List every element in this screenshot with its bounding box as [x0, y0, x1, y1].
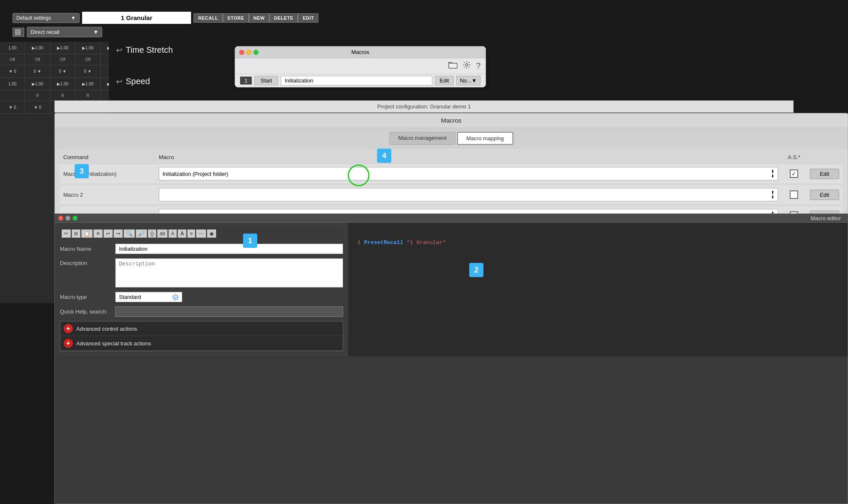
- direct-recall-dropdown[interactable]: Direct recall ▼: [27, 27, 102, 37]
- folder-icon-btn[interactable]: [448, 61, 458, 71]
- step-badge-2: 2: [469, 263, 483, 277]
- store-button[interactable]: STORE: [223, 13, 249, 23]
- as-checkbox-1: ✓: [781, 170, 807, 178]
- macro-number: 1: [240, 77, 252, 85]
- A-upper-icon-btn[interactable]: A: [168, 229, 177, 238]
- svg-rect-2: [15, 31, 18, 33]
- code-string-1: "1 Granular": [407, 239, 446, 246]
- undo-icon[interactable]: ↩: [116, 46, 122, 55]
- list-item: + Advanced special track actions: [60, 336, 343, 351]
- list-icon-btn[interactable]: ≡: [187, 229, 195, 238]
- edit-macro-btn[interactable]: Edit: [435, 76, 453, 85]
- step-badge-3-label: 3: [80, 167, 84, 176]
- action-list: + Advanced control actions + Advanced sp…: [60, 321, 343, 351]
- recall-button[interactable]: RECALL: [194, 13, 223, 23]
- toolbar-buttons: RECALL STORE NEW DELETE EDIT: [194, 13, 318, 23]
- chevron-down-icon-no: ▼: [471, 77, 477, 84]
- macros-tabs: Macro management Macro mapping: [55, 128, 848, 149]
- stepper-icon-2: ⬆⬇: [771, 190, 774, 199]
- undo-icon-btn[interactable]: ↩: [103, 229, 113, 238]
- action-label-1: Advanced control actions: [76, 326, 137, 332]
- no-dropdown-btn[interactable]: No... ▼: [456, 76, 481, 85]
- project-config-bar: Project configuration: Granular demo 1: [54, 100, 794, 113]
- as-checkbox-2: [781, 190, 807, 199]
- line-number-1: 1: [352, 239, 361, 246]
- quick-help-row: Quick Help, search:: [60, 306, 343, 317]
- description-textarea[interactable]: [115, 258, 343, 288]
- grid-icon: [13, 28, 24, 37]
- macros-toolbar: ?: [235, 58, 486, 74]
- macro-type-select[interactable]: Standard: [115, 292, 182, 302]
- preset-name-label: 1 Granular: [121, 14, 152, 21]
- quick-help-input[interactable]: [115, 306, 343, 317]
- start-button[interactable]: Start: [254, 76, 278, 85]
- redo-icon-btn[interactable]: ↪: [114, 229, 123, 238]
- action-plus-icon-2: +: [64, 339, 73, 348]
- step-badge-2-label: 2: [474, 266, 478, 275]
- undo-speed-icon[interactable]: ↩: [116, 77, 122, 86]
- maximize-dot[interactable]: [253, 50, 259, 55]
- gear-icon-btn[interactable]: [463, 61, 471, 71]
- editor-content: ✂ ⧉ 📋 ✕ ↩ ↪ 🔍 🔎 () ab A A ≡ ⋯ ◉ Macro Na…: [55, 223, 848, 356]
- svg-rect-6: [449, 63, 457, 68]
- time-stretch-section: ↩ Time Stretch: [111, 42, 178, 58]
- chevron-down-icon-recall: ▼: [93, 29, 98, 35]
- braces-icon-btn[interactable]: (): [148, 229, 156, 238]
- delete-button[interactable]: DELETE: [269, 13, 298, 23]
- macro-name-input[interactable]: [115, 244, 343, 254]
- project-config-label: Project configuration: Granular demo 1: [377, 103, 471, 110]
- code-line-1: 1 PresetRecall "1 Granular": [352, 239, 843, 246]
- macro-name-row: Macro Name: [60, 244, 343, 254]
- macros-main-title-label: Macros: [441, 117, 461, 124]
- speed-label: Speed: [126, 77, 150, 86]
- editor-close-dot[interactable]: [58, 216, 63, 221]
- minimize-dot[interactable]: [246, 50, 251, 55]
- paste-icon-btn[interactable]: 📋: [81, 229, 93, 238]
- edit-btn-2[interactable]: Edit: [810, 190, 839, 200]
- search-icon-btn[interactable]: 🔍: [124, 229, 135, 238]
- window-dots: [239, 50, 259, 55]
- checkbox-1[interactable]: ✓: [790, 170, 798, 178]
- macro-type-label: Macro type: [60, 294, 110, 300]
- tab-management-label: Macro management: [398, 135, 447, 141]
- macro-type-row: Macro type Standard: [60, 292, 343, 302]
- macros-top-titlebar: Macros: [235, 46, 486, 58]
- checkbox-2[interactable]: [790, 190, 798, 199]
- macro-editor-titlebar: Macro editor: [55, 214, 848, 223]
- macro-name-label: Macro Name: [60, 246, 110, 252]
- default-settings-dropdown[interactable]: Default settings ▼: [13, 13, 80, 23]
- editor-window-dots: [58, 216, 78, 221]
- svg-rect-3: [18, 31, 21, 33]
- tab-macro-management[interactable]: Macro management: [389, 132, 455, 145]
- time-stretch-label: Time Stretch: [126, 45, 173, 55]
- extra-icon-btn2[interactable]: ◉: [207, 229, 216, 238]
- editor-right-panel: 1 PresetRecall "1 Granular": [348, 223, 848, 356]
- tab-macro-mapping[interactable]: Macro mapping: [457, 132, 513, 145]
- macro-select-2[interactable]: ⬆⬇: [159, 188, 778, 201]
- macro-value-1: Initialization (Project folder): [163, 171, 228, 177]
- scissors-icon-btn[interactable]: ✂: [62, 229, 71, 238]
- search-replace-icon-btn[interactable]: 🔎: [136, 229, 147, 238]
- delete-icon-btn[interactable]: ✕: [93, 229, 103, 238]
- macro-select-1[interactable]: Initialization (Project folder) ⬆⬇: [159, 167, 778, 180]
- A-special-icon-btn[interactable]: A: [178, 229, 186, 238]
- editor-minimize-dot[interactable]: [65, 216, 70, 221]
- edit-btn-1[interactable]: Edit: [810, 169, 839, 179]
- copy-icon-btn[interactable]: ⧉: [72, 229, 80, 238]
- editor-maximize-dot[interactable]: [72, 216, 78, 221]
- extra-icon-btn1[interactable]: ⋯: [196, 229, 206, 238]
- col-macro-header: Macro: [159, 154, 778, 160]
- recall-bar: Direct recall ▼: [13, 27, 102, 37]
- edit-button[interactable]: EDIT: [298, 13, 318, 23]
- ab-lower-icon-btn[interactable]: ab: [157, 229, 168, 238]
- macros-top-window: Macros ? 1 Start Initialization Edit No.…: [235, 46, 486, 87]
- svg-rect-0: [15, 29, 18, 31]
- new-button[interactable]: NEW: [249, 13, 269, 23]
- macro-editor-title-label: Macro editor: [811, 215, 841, 221]
- svg-point-8: [173, 295, 178, 300]
- svg-rect-4: [15, 33, 18, 35]
- close-dot[interactable]: [239, 50, 244, 55]
- help-icon-btn[interactable]: ?: [476, 61, 481, 71]
- select-chevron-icon: [173, 294, 178, 300]
- chevron-down-icon: ▼: [71, 15, 76, 21]
